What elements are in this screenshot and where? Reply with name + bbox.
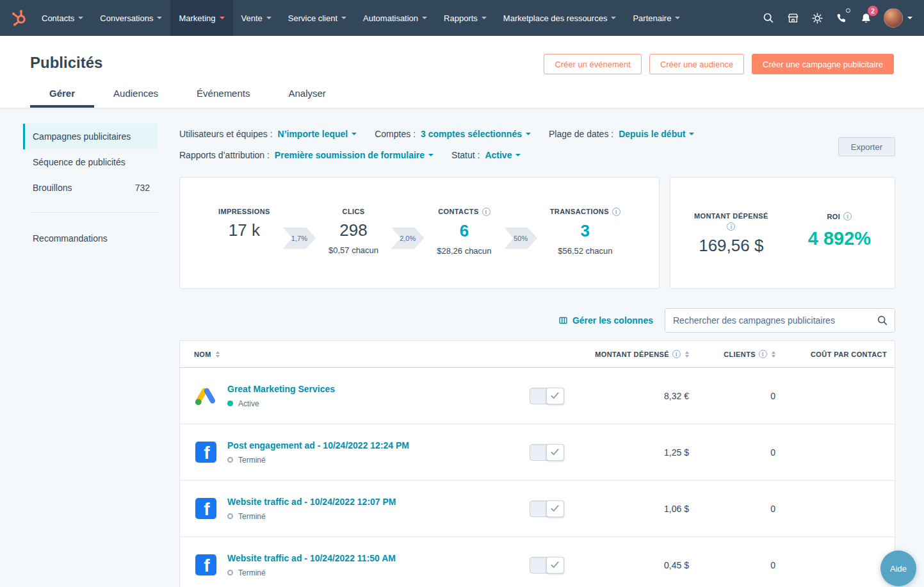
nav-item-rapports[interactable]: Rapports [435, 0, 495, 36]
nav-item-automatisation[interactable]: Automatisation [355, 0, 435, 36]
search-input[interactable] [665, 308, 895, 333]
tab-evenements[interactable]: Événements [177, 81, 269, 108]
nav-item-marketplace[interactable]: Marketplace des ressources [495, 0, 625, 36]
date-range-dropdown[interactable]: Depuis le début [619, 129, 694, 139]
search-icon[interactable] [757, 6, 780, 29]
tab-gerer[interactable]: Gérer [30, 81, 94, 108]
accounts-dropdown[interactable]: 3 comptes sélectionnés [421, 129, 531, 139]
create-audience-button[interactable]: Créer une audience [649, 54, 744, 74]
filter-status: Statut : Active [451, 150, 521, 160]
status-label: Terminé [238, 456, 266, 465]
status-dot-active [227, 401, 233, 406]
create-event-button[interactable]: Créer un événement [544, 54, 642, 74]
totals-card: MONTANT DÉPENSÉ 169,56 $ ROI 4 892% [670, 177, 895, 289]
presence-dot [846, 8, 850, 13]
campaign-name-link[interactable]: Website traffic ad - 10/24/2022 12:07 PM [227, 497, 396, 507]
stage-transactions: TRANSACTIONS 3 $56,52 chacun [550, 208, 620, 259]
contacts-value: 6 [460, 221, 469, 241]
columns-icon [558, 316, 568, 325]
nav-item-marketing[interactable]: Marketing [170, 0, 232, 36]
drafts-count: 732 [135, 183, 150, 193]
campaign-toggle[interactable] [530, 557, 564, 574]
help-button[interactable]: Aide [880, 550, 916, 586]
sidebar-item-sequence-de-publicites[interactable]: Séquence de publicités [23, 149, 158, 175]
conversion-arrow: 50% [504, 227, 537, 249]
chevron-down-icon [482, 17, 487, 19]
column-header-cout-par-contact[interactable]: COÛT PAR CONTACT [779, 351, 895, 358]
table-row: Website traffic ad - 10/24/2022 11:50 AM… [180, 537, 895, 587]
table-controls: Gérer les colonnes [179, 308, 895, 333]
status-label: Active [238, 399, 259, 408]
info-icon[interactable] [672, 350, 681, 358]
hubspot-logo-icon[interactable] [5, 0, 33, 36]
chevron-down-icon [352, 133, 357, 135]
nav-item-conversations[interactable]: Conversations [92, 0, 170, 36]
campaign-toggle[interactable] [530, 388, 564, 404]
stage-clics: CLICS 298 $0,57 chacun [328, 208, 378, 259]
notifications-bell-icon[interactable]: 2 [854, 6, 877, 29]
column-header-nom[interactable]: NOM [180, 351, 523, 358]
main-panel: Utilisateurs et équipes : N’importe lequ… [179, 108, 895, 587]
filter-accounts: Comptes : 3 comptes sélectionnés [375, 129, 531, 139]
info-icon[interactable] [482, 208, 490, 216]
marketplace-icon[interactable] [781, 6, 804, 29]
toggle-check-icon [546, 444, 564, 461]
chevron-down-icon [675, 17, 680, 19]
notification-badge: 2 [868, 6, 878, 16]
attribution-dropdown[interactable]: Première soumission de formulaire [275, 150, 434, 160]
nav-item-service-client[interactable]: Service client [280, 0, 355, 36]
campaign-name-link[interactable]: Post engagement ad - 10/24/2022 12:24 PM [227, 440, 409, 451]
filters: Utilisateurs et équipes : N’importe lequ… [179, 129, 838, 160]
export-button[interactable]: Exporter [838, 137, 895, 156]
nav-item-partenaire[interactable]: Partenaire [624, 0, 688, 36]
avatar [884, 8, 903, 28]
spend-cell: 1,25 $ [571, 447, 692, 458]
campaign-status: Active [227, 399, 335, 408]
content-area: Campagnes publicitaires Séquence de publ… [0, 108, 924, 587]
settings-gear-icon[interactable] [806, 6, 829, 29]
facebook-icon [195, 554, 216, 575]
campaign-toggle[interactable] [530, 444, 564, 461]
chevron-down-icon [422, 17, 427, 19]
info-icon[interactable] [612, 208, 620, 216]
nav-item-contacts[interactable]: Contacts [33, 0, 92, 36]
column-header-clients[interactable]: CLIENTS [692, 350, 779, 358]
create-campaign-button[interactable]: Créer une campagne publicitaire [752, 54, 894, 74]
top-navbar: Contacts Conversations Marketing Vente S… [0, 0, 924, 36]
campaign-name-link[interactable]: Website traffic ad - 10/24/2022 11:50 AM [227, 553, 396, 563]
sidebar-item-campagnes-publicitaires[interactable]: Campagnes publicitaires [23, 124, 158, 149]
info-icon[interactable] [727, 222, 735, 231]
manage-columns-link[interactable]: Gérer les colonnes [558, 315, 653, 326]
sidebar: Campagnes publicitaires Séquence de publ… [23, 108, 158, 251]
impressions-value: 17 k [229, 220, 260, 240]
table-row: Website traffic ad - 10/24/2022 12:07 PM… [180, 481, 895, 537]
page-header: Publicités Créer un événement Créer une … [0, 36, 924, 108]
sort-icon[interactable] [772, 351, 775, 358]
tab-analyser[interactable]: Analyser [269, 81, 344, 108]
sort-icon[interactable] [216, 351, 220, 358]
amount-spent-total: MONTANT DÉPENSÉ 169,56 $ [694, 212, 768, 288]
nav-item-vente[interactable]: Vente [233, 0, 280, 36]
chevron-down-icon [78, 17, 83, 19]
status-dropdown[interactable]: Active [485, 150, 521, 160]
sidebar-item-recommandations[interactable]: Recommandations [23, 226, 158, 251]
search-icon[interactable] [877, 315, 888, 329]
roi-total: ROI 4 892% [808, 212, 871, 288]
sort-icon[interactable] [685, 351, 689, 358]
tab-audiences[interactable]: Audiences [94, 81, 177, 108]
status-dot-done [227, 457, 233, 463]
user-menu[interactable] [879, 8, 915, 28]
column-header-montant[interactable]: MONTANT DÉPENSÉ [571, 350, 692, 358]
toggle-check-icon [546, 557, 564, 574]
campaign-status: Terminé [227, 568, 396, 577]
sidebar-item-brouillons[interactable]: Brouillons732 [23, 175, 158, 201]
clients-cell: 0 [692, 560, 779, 570]
calls-phone-icon[interactable] [830, 6, 853, 29]
campaign-name-link[interactable]: Great Marketing Services [227, 384, 335, 394]
info-icon[interactable] [759, 350, 767, 358]
table-row: Post engagement ad - 10/24/2022 12:24 PM… [180, 424, 895, 481]
campaign-toggle[interactable] [530, 500, 564, 517]
filter-users-teams: Utilisateurs et équipes : N’importe lequ… [179, 129, 357, 139]
info-icon[interactable] [843, 212, 852, 220]
users-teams-dropdown[interactable]: N’importe lequel [278, 129, 357, 139]
